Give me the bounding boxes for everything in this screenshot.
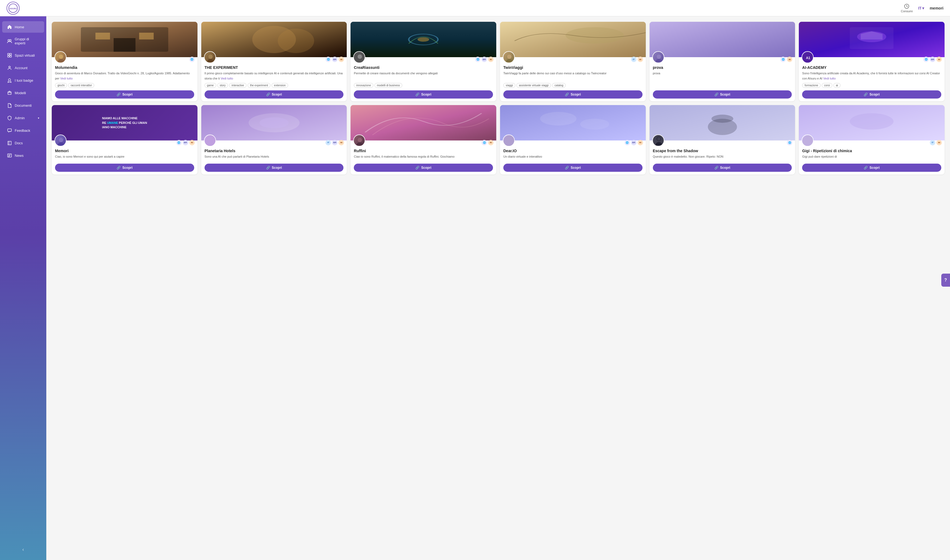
newspaper-icon	[7, 153, 12, 158]
sidebar-item-gruppi[interactable]: Gruppi di esperti	[2, 34, 44, 48]
card-body: Escape from the Shadow Questo gioco è ma…	[650, 146, 795, 174]
sidebar-item-badge[interactable]: I tuoi badge	[2, 75, 44, 86]
sidebar-item-account[interactable]: Account	[2, 62, 44, 74]
card-avatar	[802, 134, 813, 146]
card-link[interactable]: Vedi tutto	[221, 77, 233, 81]
card-body: Molumendia Gioco di avventura di Marco D…	[52, 63, 197, 101]
svg-point-27	[357, 54, 362, 59]
sidebar-item-feedback[interactable]: Feedback	[2, 125, 44, 136]
card-tags: viaggi assistente virtuale viaggi catalo…	[503, 83, 642, 88]
chevron-down-icon: ▾	[922, 6, 924, 10]
svg-point-4	[9, 40, 11, 41]
home-icon	[7, 25, 12, 29]
sidebar-item-news[interactable]: News	[2, 150, 44, 161]
globe-badge: 🌐	[923, 57, 929, 62]
sidebar-item-modelli[interactable]: Modelli	[2, 87, 44, 98]
link-icon: 🔗	[117, 92, 121, 96]
svg-point-44	[357, 138, 362, 142]
sidebar-item-documenti[interactable]: Documenti	[2, 100, 44, 111]
svg-point-38	[59, 138, 63, 142]
card-prova: 🌐 AI prova prova 🔗 Scopri	[650, 22, 795, 101]
card-body: Dear.IO Un diario virtuale e interattivo…	[500, 146, 646, 174]
card-avatar-row: 🌐 BR AI	[201, 51, 347, 63]
svg-rect-5	[8, 53, 9, 55]
tag-viaggi: viaggi	[503, 83, 515, 88]
user-menu[interactable]: memori	[930, 6, 944, 10]
tag-experiment: the experiment	[248, 83, 271, 88]
main-layout: Home Gruppi di esperti Spazi virtuali Ac…	[0, 16, 950, 560]
scopri-button-academy[interactable]: 🔗 Scopri	[802, 91, 941, 98]
sidebar-collapse-button[interactable]: ‹	[0, 543, 46, 555]
card-avatar	[503, 134, 515, 146]
br-badge: BR	[482, 57, 487, 62]
main-content: 🌐 Molumendia Gioco di avventura di Marco…	[46, 16, 950, 560]
svg-point-9	[9, 66, 10, 68]
svg-rect-16	[95, 33, 110, 40]
card-desc: Sono una AI che può parlarti di Planetar…	[205, 155, 344, 159]
globe-badge: 🌐	[780, 57, 786, 62]
card-badges: 🌐 BR AI	[176, 140, 195, 146]
grid-icon	[7, 53, 12, 58]
cards-grid-row2: NIAMO ALLE MACCHINE RE UMANE PERCHÉ GLI …	[52, 105, 945, 174]
card-badges: 🌐	[189, 57, 195, 63]
card-link[interactable]: Vedi tutto	[823, 77, 836, 81]
scopri-button-planetaria[interactable]: 🔗 Scopri	[205, 164, 344, 172]
tag-modelli: modelli di business	[374, 83, 403, 88]
app-logo[interactable]: AISURU	[6, 2, 20, 15]
scopri-button-crea[interactable]: 🔗 Scopri	[354, 91, 493, 98]
consumi-button[interactable]: Consumi	[901, 3, 913, 13]
svg-point-23	[208, 54, 213, 59]
scopri-button-gigi[interactable]: 🔗 Scopri	[802, 164, 941, 172]
scopri-button-deario[interactable]: 🔗 Scopri	[503, 164, 642, 172]
shield-icon	[7, 115, 12, 120]
scopri-button-escape[interactable]: 🔗 Scopri	[653, 164, 792, 172]
link-icon: 🔗	[266, 92, 270, 96]
card-avatar	[54, 51, 66, 63]
sidebar-item-spazi[interactable]: Spazi virtuali	[2, 49, 44, 61]
ai-badge: AI	[488, 57, 494, 62]
globe-badge: 🌐	[475, 57, 480, 62]
svg-point-46	[540, 112, 577, 126]
scopri-button-experiment[interactable]: 🔗 Scopri	[205, 91, 344, 98]
file-icon	[7, 103, 12, 108]
svg-rect-6	[10, 53, 11, 55]
language-selector[interactable]: IT ▾	[918, 6, 924, 10]
scopri-button-memori[interactable]: 🔗 Scopri	[55, 164, 194, 172]
card-tags: game story interactive the experiment ex…	[205, 83, 344, 88]
card-avatar	[353, 51, 365, 63]
card-experiment: 🌐 BR AI THE EXPERIMENT Il primo gioco co…	[201, 22, 347, 101]
card-body: CreaRiassunti Permette di creare riassun…	[351, 63, 496, 101]
card-link[interactable]: Vedi tutto	[60, 77, 73, 81]
tag-game: game	[205, 83, 216, 88]
globe-badge: 🌐	[325, 57, 331, 62]
card-avatar	[353, 134, 365, 146]
card-tags: innovazione modelli di business	[354, 83, 493, 88]
card-desc: Gioco di avventura di Marco Donadoni. Tr…	[55, 71, 194, 81]
sidebar-item-home[interactable]: Home	[2, 21, 44, 33]
card-body: prova prova 🔗 Scopri	[650, 63, 795, 101]
box-icon	[7, 91, 12, 95]
users-icon	[7, 38, 12, 43]
scopri-button-molumendia[interactable]: 🔗 Scopri	[55, 91, 194, 98]
card-badges: IT AI	[631, 57, 643, 63]
card-avatar-row: A1 🌐 BR AI	[799, 51, 945, 63]
sidebar-item-docs[interactable]: Docs	[2, 137, 44, 149]
sidebar-item-admin[interactable]: Admin ▾	[2, 112, 44, 124]
card-title: TwinViaggi	[503, 65, 642, 70]
globe-badge: 🌐	[176, 140, 182, 145]
card-avatar-row: 🌐	[650, 134, 795, 146]
card-avatar-row: 🌐 AI	[650, 51, 795, 63]
admin-chevron-icon: ▾	[38, 117, 39, 120]
card-desc: Ciao, io sono Memori e sono qui per aiut…	[55, 155, 194, 159]
card-badges: IT BR AI	[325, 140, 344, 146]
scopri-button-twin[interactable]: 🔗 Scopri	[503, 91, 642, 98]
card-avatar-row: 🌐 BR AI	[500, 134, 646, 146]
svg-text:AISURU: AISURU	[9, 8, 17, 9]
br-badge: BR	[332, 57, 337, 62]
scopri-button-ruffini[interactable]: 🔗 Scopri	[354, 164, 493, 172]
scopri-button-prova[interactable]: 🔗 Scopri	[653, 91, 792, 98]
svg-point-3	[8, 40, 9, 41]
help-button[interactable]: ?	[941, 274, 950, 287]
svg-point-22	[277, 29, 314, 53]
ai-badge: AI	[637, 57, 643, 62]
